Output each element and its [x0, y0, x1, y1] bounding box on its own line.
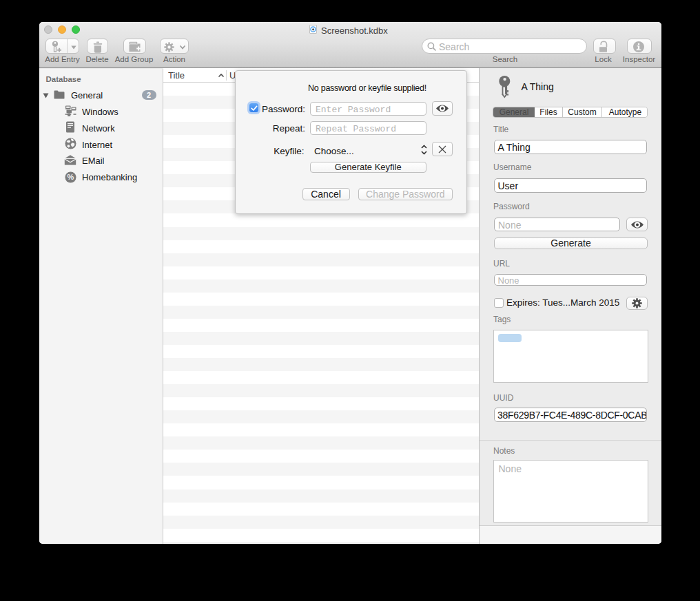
svg-text:%: % — [68, 173, 74, 181]
